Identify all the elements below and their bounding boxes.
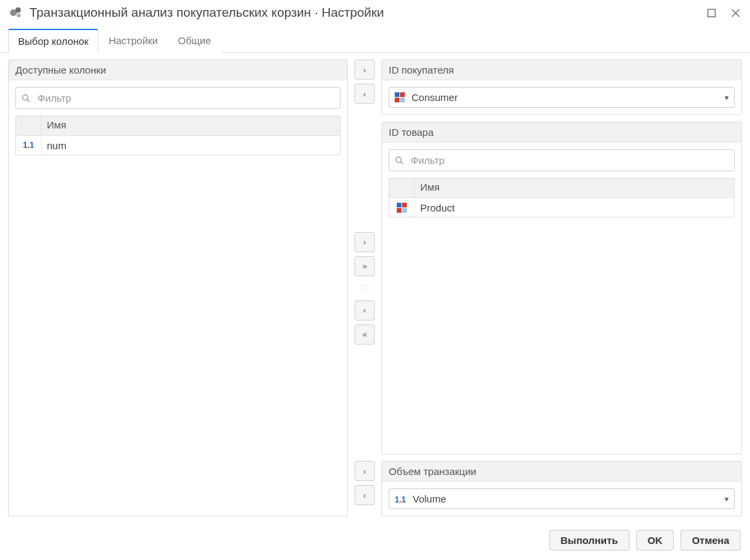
svg-line-9 — [401, 161, 403, 164]
volume-dropdown[interactable]: 1.1 Volume ▾ — [389, 488, 735, 509]
available-filter-input[interactable] — [36, 92, 335, 104]
move-to-consumer-button[interactable]: › — [355, 60, 375, 80]
product-col-name-header: Имя — [415, 179, 734, 197]
move-to-volume-button[interactable]: › — [355, 461, 375, 481]
tab-columns[interactable]: Выбор колонок — [8, 29, 98, 53]
available-col-name-header: Имя — [41, 116, 340, 135]
tab-settings[interactable]: Настройки — [98, 29, 168, 53]
window-title: Транзакционный анализ покупательских кор… — [29, 5, 692, 20]
double-chevron-left-icon: « — [362, 329, 367, 339]
splitter-handle[interactable]: ············ — [355, 284, 375, 292]
consumer-id-header: ID покупателя — [382, 60, 741, 80]
svg-line-7 — [27, 99, 30, 102]
app-icon — [9, 6, 23, 19]
chevron-right-icon: › — [363, 237, 366, 247]
move-from-volume-button[interactable]: ‹ — [355, 485, 375, 505]
available-col-icon-header — [16, 116, 41, 135]
product-filter-input[interactable] — [409, 154, 729, 167]
svg-rect-3 — [708, 9, 715, 17]
chevron-left-icon: ‹ — [363, 305, 366, 315]
product-filter[interactable] — [389, 149, 735, 171]
chevron-down-icon: ▾ — [725, 494, 729, 504]
search-icon — [21, 94, 31, 103]
volume-header: Объем транзакции — [382, 462, 741, 482]
product-row-name: Product — [415, 199, 734, 216]
run-button[interactable]: Выполнить — [549, 530, 630, 551]
move-to-product-button[interactable]: › — [355, 232, 375, 252]
svg-point-2 — [17, 13, 21, 17]
available-columns-header: Доступные колонки — [9, 60, 347, 80]
maximize-button[interactable] — [706, 7, 717, 18]
product-row[interactable]: Product — [389, 198, 734, 217]
chevron-left-icon: ‹ — [363, 490, 366, 500]
cancel-button[interactable]: Отмена — [680, 530, 741, 551]
move-from-product-button[interactable]: ‹ — [355, 300, 375, 320]
move-all-from-product-button[interactable]: « — [355, 324, 375, 345]
product-id-header: ID товара — [382, 122, 741, 143]
tab-general[interactable]: Общие — [168, 29, 221, 53]
double-chevron-right-icon: » — [362, 261, 367, 271]
consumer-dropdown[interactable]: Consumer ▾ — [389, 87, 735, 108]
ok-button[interactable]: OK — [636, 530, 674, 551]
consumer-selected: Consumer — [411, 92, 718, 103]
chevron-right-icon: › — [363, 466, 366, 476]
move-from-consumer-button[interactable]: ‹ — [355, 84, 375, 104]
available-filter[interactable] — [15, 87, 341, 109]
product-col-icon-header — [389, 179, 415, 197]
numeric-type-icon: 1.1 — [16, 136, 41, 155]
svg-point-1 — [15, 7, 21, 13]
close-button[interactable] — [730, 7, 741, 18]
svg-point-8 — [396, 157, 401, 162]
chevron-right-icon: › — [363, 65, 366, 75]
chevron-left-icon: ‹ — [363, 89, 366, 99]
category-type-icon — [389, 198, 415, 217]
available-row-name: num — [41, 137, 340, 154]
available-row[interactable]: 1.1 num — [16, 136, 340, 155]
chevron-down-icon: ▾ — [725, 93, 729, 102]
svg-point-6 — [23, 94, 28, 100]
category-type-icon — [395, 92, 405, 102]
search-icon — [395, 156, 404, 165]
numeric-type-icon: 1.1 — [395, 493, 406, 504]
move-all-to-product-button[interactable]: » — [355, 256, 375, 276]
volume-selected: Volume — [413, 493, 718, 504]
